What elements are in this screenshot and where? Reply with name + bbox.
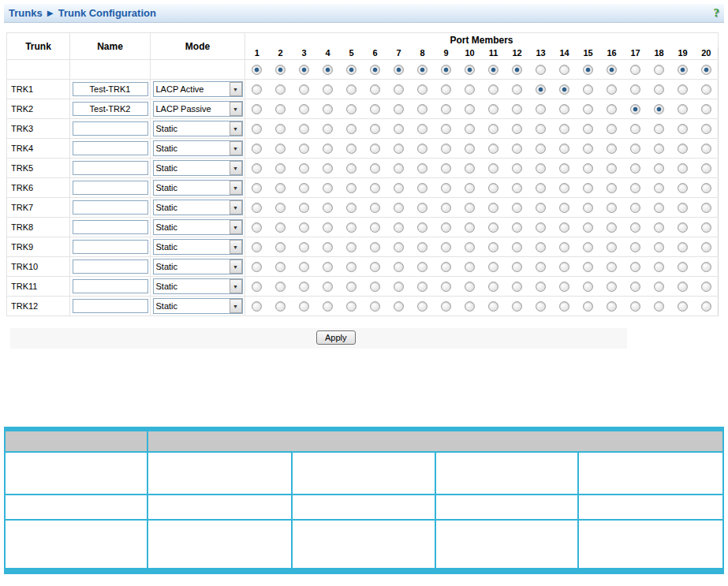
- port-radio-trk8-4[interactable]: [323, 222, 333, 233]
- port-radio-none-4[interactable]: [323, 65, 333, 75]
- port-radio-trk4-6[interactable]: [370, 144, 380, 154]
- port-radio-trk2-14[interactable]: [559, 104, 569, 114]
- port-radio-trk9-12[interactable]: [512, 242, 522, 252]
- trunk-mode-select-trk12[interactable]: Static: [153, 298, 243, 314]
- port-radio-trk1-19[interactable]: [678, 84, 688, 95]
- trunk-name-input-trk9[interactable]: [73, 240, 148, 254]
- port-radio-none-12[interactable]: [512, 65, 522, 75]
- port-radio-trk3-5[interactable]: [346, 124, 357, 134]
- port-radio-trk10-6[interactable]: [370, 262, 380, 272]
- port-radio-trk6-12[interactable]: [512, 183, 522, 193]
- port-radio-trk9-13[interactable]: [536, 242, 546, 252]
- port-radio-trk5-13[interactable]: [536, 163, 546, 174]
- trunk-mode-select-trk1[interactable]: LACP Active: [153, 81, 243, 97]
- port-radio-trk6-6[interactable]: [370, 183, 380, 193]
- port-radio-trk8-6[interactable]: [370, 222, 380, 233]
- port-radio-trk1-8[interactable]: [417, 84, 427, 95]
- port-radio-trk3-10[interactable]: [465, 124, 475, 134]
- port-radio-trk10-4[interactable]: [323, 262, 333, 272]
- port-radio-trk8-11[interactable]: [488, 222, 498, 233]
- port-radio-trk3-8[interactable]: [417, 124, 427, 134]
- trunk-name-input-trk4[interactable]: [73, 141, 148, 155]
- port-radio-trk12-2[interactable]: [275, 301, 286, 312]
- port-radio-trk7-17[interactable]: [630, 203, 640, 213]
- port-radio-trk1-16[interactable]: [607, 84, 617, 95]
- port-radio-trk6-3[interactable]: [299, 183, 309, 193]
- port-radio-trk2-19[interactable]: [678, 104, 688, 114]
- port-radio-trk3-2[interactable]: [275, 124, 286, 134]
- trunk-mode-select-trk10[interactable]: Static: [153, 259, 243, 274]
- port-radio-trk11-18[interactable]: [654, 282, 664, 292]
- port-radio-trk12-11[interactable]: [488, 301, 498, 312]
- port-radio-trk10-16[interactable]: [607, 262, 617, 272]
- port-radio-trk1-4[interactable]: [323, 84, 333, 95]
- port-radio-trk7-12[interactable]: [512, 203, 522, 213]
- port-radio-trk9-19[interactable]: [678, 242, 688, 252]
- port-radio-trk6-4[interactable]: [323, 183, 333, 193]
- port-radio-trk8-13[interactable]: [536, 222, 546, 233]
- port-radio-trk11-7[interactable]: [394, 282, 404, 292]
- port-radio-trk5-2[interactable]: [275, 163, 286, 174]
- port-radio-trk5-9[interactable]: [441, 163, 451, 174]
- trunk-name-input-trk6[interactable]: [73, 181, 148, 195]
- port-radio-trk10-1[interactable]: [252, 262, 262, 272]
- port-radio-trk11-5[interactable]: [346, 282, 357, 292]
- port-radio-trk2-5[interactable]: [346, 104, 357, 114]
- port-radio-trk12-14[interactable]: [559, 301, 569, 312]
- port-radio-trk5-10[interactable]: [465, 163, 475, 174]
- port-radio-trk9-11[interactable]: [488, 242, 498, 252]
- port-radio-trk3-4[interactable]: [323, 124, 333, 134]
- port-radio-trk10-14[interactable]: [559, 262, 569, 272]
- port-radio-trk12-13[interactable]: [536, 301, 546, 312]
- port-radio-none-5[interactable]: [346, 65, 357, 75]
- port-radio-trk7-15[interactable]: [583, 203, 593, 213]
- port-radio-trk3-6[interactable]: [370, 124, 380, 134]
- port-radio-trk12-20[interactable]: [701, 301, 711, 312]
- port-radio-trk10-5[interactable]: [346, 262, 357, 272]
- port-radio-trk4-15[interactable]: [583, 144, 593, 154]
- port-radio-trk3-7[interactable]: [394, 124, 404, 134]
- port-radio-trk2-20[interactable]: [701, 104, 711, 114]
- port-radio-trk5-12[interactable]: [512, 163, 522, 174]
- port-radio-trk10-11[interactable]: [488, 262, 498, 272]
- port-radio-none-8[interactable]: [417, 65, 427, 75]
- port-radio-trk9-5[interactable]: [346, 242, 357, 252]
- port-radio-trk5-17[interactable]: [630, 163, 640, 174]
- port-radio-trk2-4[interactable]: [323, 104, 333, 114]
- port-radio-trk9-1[interactable]: [252, 242, 262, 252]
- port-radio-trk1-12[interactable]: [512, 84, 522, 95]
- trunk-name-input-trk7[interactable]: [73, 200, 148, 215]
- port-radio-trk4-7[interactable]: [394, 144, 404, 154]
- trunk-name-input-trk8[interactable]: [73, 220, 148, 234]
- port-radio-trk12-8[interactable]: [417, 301, 427, 312]
- port-radio-trk12-19[interactable]: [678, 301, 688, 312]
- port-radio-trk8-19[interactable]: [678, 222, 688, 233]
- port-radio-trk8-2[interactable]: [275, 222, 286, 233]
- port-radio-trk7-1[interactable]: [252, 203, 262, 213]
- port-radio-trk5-19[interactable]: [678, 163, 688, 174]
- port-radio-trk7-20[interactable]: [701, 203, 711, 213]
- port-radio-trk5-20[interactable]: [701, 163, 711, 174]
- port-radio-none-13[interactable]: [536, 65, 546, 75]
- trunk-name-input-trk5[interactable]: [73, 161, 148, 175]
- port-radio-trk2-6[interactable]: [370, 104, 380, 114]
- port-radio-trk4-12[interactable]: [512, 144, 522, 154]
- port-radio-trk9-17[interactable]: [630, 242, 640, 252]
- port-radio-trk7-2[interactable]: [275, 203, 286, 213]
- port-radio-trk6-16[interactable]: [607, 183, 617, 193]
- port-radio-trk7-13[interactable]: [536, 203, 546, 213]
- trunk-mode-select-trk6[interactable]: Static: [153, 180, 243, 196]
- port-radio-none-15[interactable]: [583, 65, 593, 75]
- port-radio-trk1-17[interactable]: [630, 84, 640, 95]
- port-radio-trk5-15[interactable]: [583, 163, 593, 174]
- trunk-mode-select-trk9[interactable]: Static: [153, 239, 243, 255]
- port-radio-trk3-16[interactable]: [607, 124, 617, 134]
- trunk-mode-select-trk2[interactable]: LACP Passive: [153, 101, 243, 117]
- port-radio-trk2-15[interactable]: [583, 104, 593, 114]
- port-radio-trk5-18[interactable]: [654, 163, 664, 174]
- port-radio-trk11-3[interactable]: [299, 282, 309, 292]
- port-radio-trk8-3[interactable]: [299, 222, 309, 233]
- port-radio-trk8-7[interactable]: [394, 222, 404, 233]
- port-radio-none-17[interactable]: [630, 65, 640, 75]
- port-radio-trk4-9[interactable]: [441, 144, 451, 154]
